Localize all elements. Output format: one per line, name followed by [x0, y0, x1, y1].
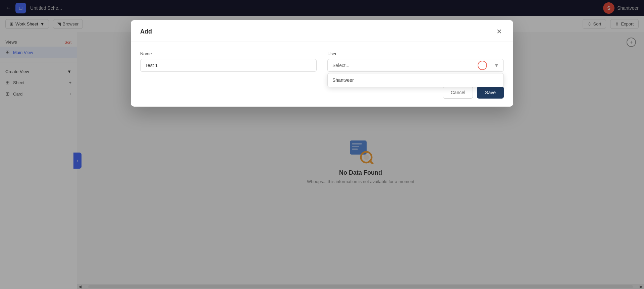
cancel-button[interactable]: Cancel	[443, 86, 473, 99]
dropdown-item-shantveer[interactable]: Shantveer	[328, 73, 503, 87]
cursor-indicator	[478, 61, 487, 70]
name-field: Name	[140, 51, 317, 72]
add-modal: Add ✕ Name User ▼	[131, 20, 513, 107]
user-label: User	[327, 51, 504, 56]
user-dropdown[interactable]: Shantveer	[327, 73, 504, 87]
modal-overlay[interactable]: Add ✕ Name User ▼	[0, 0, 644, 289]
modal-header: Add ✕	[131, 20, 513, 42]
modal-close-button[interactable]: ✕	[494, 27, 504, 36]
name-input[interactable]	[140, 59, 317, 72]
modal-body: Name User ▼ Shantveer	[131, 42, 513, 81]
name-label: Name	[140, 51, 317, 56]
modal-title: Add	[140, 28, 152, 35]
user-select-wrapper: ▼	[327, 59, 504, 72]
user-field: User ▼ Shantveer	[327, 51, 504, 72]
modal-fields: Name User ▼ Shantveer	[140, 51, 504, 72]
save-button[interactable]: Save	[477, 86, 504, 99]
